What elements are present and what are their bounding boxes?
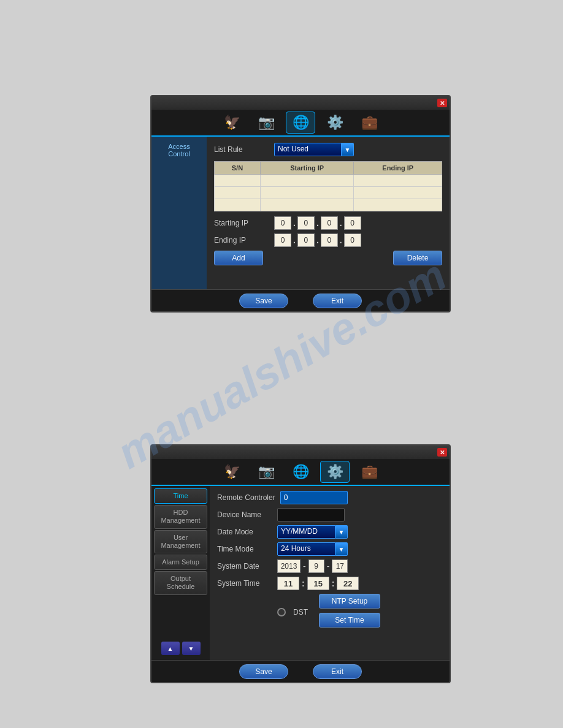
system-time-row: System Time : : (217, 577, 442, 590)
date-day-input[interactable] (332, 559, 348, 573)
title-bar-1: ✕ (151, 96, 450, 110)
tab-icon-4[interactable]: ⚙️ (320, 112, 350, 134)
exit-button-2[interactable]: Exit (313, 664, 362, 679)
tab-bar-2: 🦅 📷 🌐 ⚙️ 💼 (151, 459, 450, 486)
time-min-input[interactable] (307, 577, 329, 590)
date-mode-row: Date Mode YY/MM/DD ▼ (217, 525, 442, 539)
starting-ip-octet-3[interactable] (321, 216, 338, 230)
access-control-label: Access Control (155, 140, 203, 160)
ending-ip-octet-3[interactable] (321, 233, 338, 247)
time-hour-input[interactable] (277, 577, 299, 590)
ending-ip-octet-2[interactable] (297, 233, 315, 247)
date-mode-dropdown-arrow[interactable]: ▼ (335, 525, 348, 539)
dst-label: DST (293, 608, 308, 616)
starting-ip-label: Starting IP (214, 219, 269, 227)
list-rule-dropdown-arrow[interactable]: ▼ (342, 143, 354, 156)
starting-ip-octet-4[interactable] (344, 216, 361, 230)
set-time-button[interactable]: Set Time (319, 613, 380, 628)
ip-table: S/N Starting IP Ending IP (214, 161, 442, 211)
ending-ip-input: . . . (274, 233, 361, 247)
tab-icon-2-4[interactable]: ⚙️ (320, 461, 350, 483)
system-time-display: : : (277, 577, 359, 590)
time-sec-input[interactable] (337, 577, 359, 590)
remote-controller-row: Remote Controler (217, 491, 442, 504)
tab-icon-2-1[interactable]: 🦅 (217, 461, 247, 483)
nav-down-arrow[interactable]: ▼ (182, 642, 201, 655)
starting-ip-octet-2[interactable] (297, 216, 315, 230)
sidebar-item-user[interactable]: User Management (154, 530, 207, 553)
time-mode-select-wrapper: 24 Hours ▼ (277, 542, 348, 556)
exit-button-1[interactable]: Exit (313, 294, 362, 308)
date-mode-label: Date Mode (217, 528, 272, 536)
sidebar-item-alarm[interactable]: Alarm Setup (154, 555, 207, 570)
delete-button[interactable]: Delete (393, 251, 442, 265)
add-button[interactable]: Add (214, 251, 263, 265)
tab-icon-2-3[interactable]: 🌐 (286, 461, 315, 483)
save-button-1[interactable]: Save (239, 294, 288, 308)
col-sn: S/N (215, 162, 261, 175)
bottom-bar-1: Save Exit (151, 289, 450, 311)
ending-ip-octet-1[interactable] (274, 233, 291, 247)
sidebar-item-time[interactable]: Time (154, 488, 207, 504)
table-row (215, 199, 442, 211)
save-button-2[interactable]: Save (239, 664, 288, 679)
device-name-row: Device Name (217, 508, 442, 521)
tab-icon-2-2[interactable]: 📷 (251, 461, 281, 483)
ending-ip-row: Ending IP . . . (214, 233, 442, 247)
title-bar-2: ✕ (151, 446, 450, 459)
list-rule-row: List Rule Not Used ▼ (214, 143, 442, 156)
ntp-setup-button[interactable]: NTP Setup (319, 594, 380, 609)
starting-ip-octet-1[interactable] (274, 216, 291, 230)
bottom-bar-2: Save Exit (151, 660, 450, 682)
ending-ip-octet-4[interactable] (344, 233, 361, 247)
system-time-label: System Time (217, 579, 272, 588)
tab-bar-1: 🦅 📷 🌐 ⚙️ 💼 (151, 110, 450, 137)
tab-icon-2[interactable]: 📷 (251, 112, 281, 134)
access-control-content: List Rule Not Used ▼ S/N Starting IP End… (207, 137, 450, 289)
dst-row: DST NTP Setup Set Time (217, 594, 442, 630)
date-mode-select-wrapper: YY/MM/DD ▼ (277, 525, 348, 539)
date-mode-select[interactable]: YY/MM/DD (277, 525, 335, 539)
starting-ip-row: Starting IP . . . (214, 216, 442, 230)
list-rule-select[interactable]: Not Used (274, 143, 342, 156)
time-mode-row: Time Mode 24 Hours ▼ (217, 542, 442, 556)
system-sidebar: Time HDD Management User Management Alar… (151, 486, 210, 660)
time-mode-select[interactable]: 24 Hours (277, 542, 335, 556)
col-starting-ip: Starting IP (260, 162, 354, 175)
col-ending-ip: Ending IP (354, 162, 442, 175)
time-mode-dropdown-arrow[interactable]: ▼ (335, 542, 348, 556)
tab-icon-2-5[interactable]: 💼 (354, 461, 384, 483)
tab-icon-3[interactable]: 🌐 (286, 112, 315, 134)
nav-up-arrow[interactable]: ▲ (161, 642, 180, 655)
sidebar-nav: ▲ ▼ (154, 639, 207, 658)
device-name-label: Device Name (217, 510, 272, 519)
access-control-sidebar: Access Control (151, 137, 207, 289)
list-rule-select-wrapper: Not Used ▼ (274, 143, 354, 156)
table-row (215, 175, 442, 187)
table-row (215, 187, 442, 199)
system-date-display: - - (277, 559, 348, 573)
system-date-row: System Date - - (217, 559, 442, 573)
time-settings-content: Remote Controler Device Name Date Mode Y… (210, 486, 450, 660)
date-month-input[interactable] (308, 559, 324, 573)
date-year-input[interactable] (277, 559, 301, 573)
device-name-input[interactable] (277, 508, 345, 521)
sidebar-item-output[interactable]: Output Schedule (154, 571, 207, 594)
close-button-1[interactable]: ✕ (437, 99, 447, 107)
system-date-label: System Date (217, 562, 272, 571)
tab-icon-5[interactable]: 💼 (354, 112, 384, 134)
time-mode-label: Time Mode (217, 545, 272, 553)
sidebar-item-hdd[interactable]: HDD Management (154, 505, 207, 528)
starting-ip-input: . . . (274, 216, 361, 230)
dst-radio[interactable] (277, 608, 286, 616)
remote-controller-label: Remote Controler (217, 493, 275, 502)
close-button-2[interactable]: ✕ (437, 448, 447, 457)
system-settings-dialog: ✕ 🦅 📷 🌐 ⚙️ 💼 Time HDD Management User Ma… (150, 444, 451, 683)
ending-ip-label: Ending IP (214, 236, 269, 245)
list-rule-label: List Rule (214, 145, 269, 154)
tab-icon-1[interactable]: 🦅 (217, 112, 247, 134)
remote-controller-input[interactable] (280, 491, 348, 504)
access-control-dialog: ✕ 🦅 📷 🌐 ⚙️ 💼 Access Control List Rule No… (150, 95, 451, 313)
